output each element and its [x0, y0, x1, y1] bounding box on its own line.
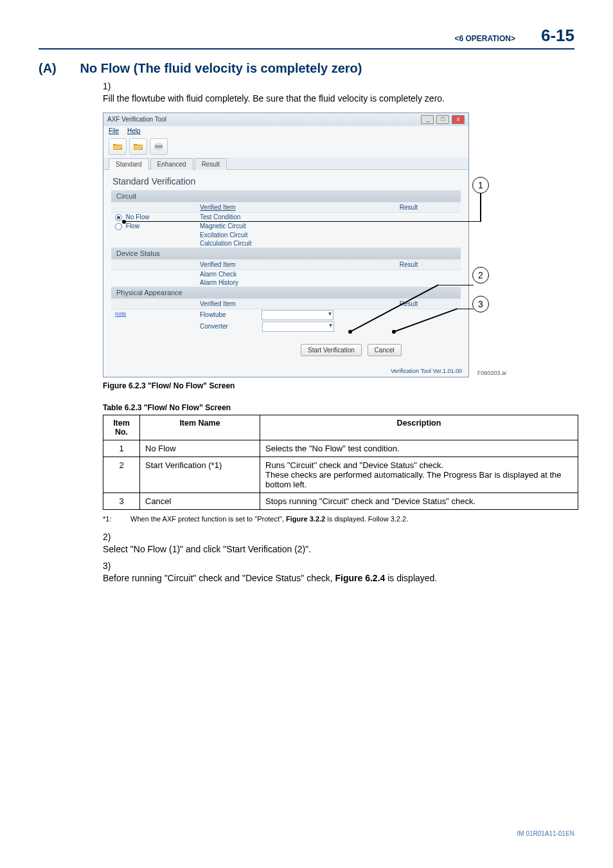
close-button[interactable]: x — [452, 115, 465, 124]
version-footer: Verification Tool Ver.1.01.00 — [103, 364, 468, 377]
figure-caption: Figure 6.2.3 "Flow/ No Flow" Screen — [103, 381, 574, 390]
callout-1: 1 — [472, 177, 489, 194]
radio-noflow-label: No Flow — [126, 213, 150, 221]
step-3-bold: Figure 6.2.4 — [335, 573, 386, 583]
step-2-text: Select "No Flow (1)" and click "Start Ve… — [103, 543, 553, 556]
col-verified-3: Verified Item — [196, 299, 357, 309]
toolbar-print-icon[interactable] — [150, 138, 168, 155]
header-pageno: 6-15 — [541, 26, 574, 46]
menu-file[interactable]: File — [109, 127, 119, 134]
r2-name: Start Verification (*1) — [140, 457, 260, 493]
toolbar — [103, 136, 468, 158]
step-1-text: Fill the flowtube with fluid completely.… — [103, 93, 553, 105]
footnote: *1: When the AXF protect function is set… — [103, 515, 574, 523]
row-converter: Converter — [200, 322, 228, 329]
device-head: Verified Item Result — [111, 259, 461, 270]
r3-desc: Stops running "Circuit" check and "Devic… — [260, 493, 578, 509]
footnote-star: *1: — [103, 515, 129, 523]
pane-title: Standard Verification — [112, 176, 461, 186]
footnote-text-a: When the AXF protect function is set to … — [130, 515, 286, 523]
toolbar-open-icon[interactable] — [109, 138, 127, 155]
pane: Standard Verification Circuit Verified I… — [103, 170, 468, 364]
screenshot-wrap: AXF Verification Tool _ □ x File Help — [103, 113, 469, 377]
minimize-button[interactable]: _ — [421, 115, 434, 124]
tab-standard[interactable]: Standard — [109, 158, 149, 170]
callout-1-line-a — [124, 221, 481, 222]
r2-no: 2 — [103, 457, 140, 493]
menu-help[interactable]: Help — [127, 127, 141, 134]
callout-2: 2 — [472, 267, 489, 284]
r1-desc: Selects the "No Flow" test condition. — [260, 440, 578, 457]
doc-footer: IM 01R01A11-01EN — [517, 830, 575, 837]
row-calccircuit: Calculation Circuit — [196, 240, 357, 247]
col-verified-2: Verified Item — [196, 260, 357, 269]
maximize-button[interactable]: □ — [436, 115, 449, 124]
explain-table: Item No. Item Name Description 1 No Flow… — [103, 415, 578, 510]
r1-no: 1 — [103, 440, 140, 457]
step-2: 2) Select "No Flow (1)" and click "Start… — [103, 532, 574, 556]
step-3-text-a: Before running "Circuit" check and "Devi… — [103, 573, 335, 583]
footnote-bold: Figure 3.2.2 — [286, 515, 325, 523]
radio-flow-label: Flow — [126, 222, 139, 230]
step-2-num: 2) — [103, 532, 122, 542]
row-testcond: Test Condition — [196, 213, 357, 221]
row-flowtube: Flowtube — [200, 311, 226, 318]
figure-filename: F060203.ai — [477, 370, 506, 376]
page-header: <6 OPERATION> 6-15 — [39, 26, 574, 50]
table-caption: Table 6.2.3 "Flow/ No Flow" Screen — [103, 403, 574, 412]
col-verified: Verified Item — [196, 203, 357, 212]
header-chapter: <6 OPERATION> — [454, 34, 515, 43]
section-title: No Flow (The fluid velocity is completel… — [80, 61, 362, 75]
svg-rect-1 — [156, 143, 161, 145]
button-bar: Start Verification Cancel — [111, 344, 461, 356]
th-name: Item Name — [140, 415, 260, 440]
circuit-head: Verified Item Result — [111, 202, 461, 213]
r3-no: 3 — [103, 493, 140, 509]
note-link[interactable]: note — [115, 311, 127, 317]
footnote-text-b: is displayed. Follow 3.2.2. — [327, 515, 408, 523]
section-device: Device Status — [111, 248, 461, 259]
tab-enhanced[interactable]: Enhanced — [150, 158, 193, 170]
section-circuit: Circuit — [111, 190, 461, 202]
menubar: File Help — [103, 126, 468, 136]
step-3: 3) Before running "Circuit" check and "D… — [103, 561, 574, 584]
flowtube-combo[interactable] — [262, 310, 333, 320]
callout-3-line-b — [457, 309, 474, 310]
col-result: Result — [357, 203, 461, 212]
r3-name: Cancel — [140, 493, 260, 509]
converter-combo[interactable] — [262, 321, 334, 332]
col-result-2: Result — [357, 260, 461, 269]
toolbar-save-icon[interactable] — [129, 138, 147, 155]
step-3-num: 3) — [103, 561, 122, 571]
start-verification-button[interactable]: Start Verification — [301, 344, 362, 356]
cancel-button[interactable]: Cancel — [368, 344, 402, 356]
tab-strip: Standard Enhanced Result — [103, 158, 468, 170]
window-controls: _ □ x — [420, 115, 465, 124]
step-3-text: Before running "Circuit" check and "Devi… — [103, 572, 553, 584]
window-title: AXF Verification Tool — [107, 116, 166, 123]
callout-3: 3 — [472, 296, 489, 312]
step-1: 1) Fill the flowtube with fluid complete… — [103, 81, 574, 105]
radio-noflow[interactable] — [115, 214, 122, 221]
row-alarmhist: Alarm History — [196, 279, 357, 286]
tab-result[interactable]: Result — [195, 158, 227, 170]
callout-2-line-b — [438, 285, 474, 286]
svg-rect-2 — [156, 148, 161, 150]
step-3-text-b: is displayed. — [387, 573, 437, 583]
row-magcircuit: Magnetic Circuit — [196, 222, 357, 230]
section-phys: Physical Appearance — [111, 287, 461, 298]
th-no: Item No. — [103, 415, 140, 440]
app-window: AXF Verification Tool _ □ x File Help — [103, 113, 469, 377]
section-letter: (A) — [39, 61, 77, 76]
row-exccircuit: Excitation Circuit — [196, 231, 357, 239]
radio-flow[interactable] — [115, 223, 122, 230]
row-alarmcheck: Alarm Check — [196, 271, 357, 278]
section-heading: (A) No Flow (The fluid velocity is compl… — [39, 61, 574, 76]
r1-name: No Flow — [140, 440, 260, 457]
titlebar: AXF Verification Tool _ □ x — [103, 113, 468, 126]
step-1-num: 1) — [103, 81, 122, 91]
r2-desc: Runs "Circuit" check and "Device Status"… — [260, 457, 578, 493]
th-desc: Description — [260, 415, 578, 440]
